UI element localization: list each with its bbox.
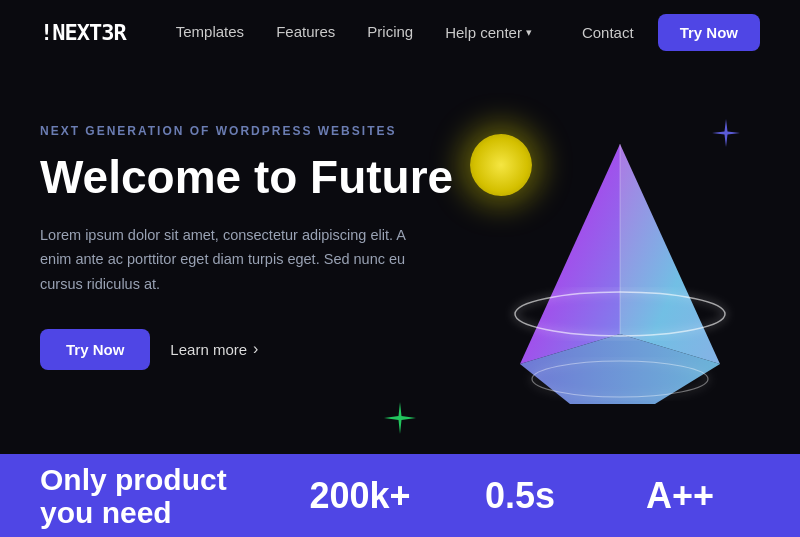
hero-description: Lorem ipsum dolor sit amet, consectetur … xyxy=(40,223,420,297)
contact-link[interactable]: Contact xyxy=(582,24,634,41)
stat-200k: 200k+ xyxy=(280,475,440,517)
nav-links: Templates Features Pricing Help center ▾ xyxy=(176,23,532,41)
nav-item-features[interactable]: Features xyxy=(276,23,335,41)
hero-section: NEXT GENERATION OF WORDPRESS WEBSITES We… xyxy=(0,64,800,454)
bottom-product-text: Only product you need xyxy=(40,463,280,529)
hero-actions: Try Now Learn more › xyxy=(40,329,453,370)
hero-eyebrow: NEXT GENERATION OF WORDPRESS WEBSITES xyxy=(40,124,453,138)
hero-learn-more-button[interactable]: Learn more › xyxy=(170,340,258,358)
nav-try-now-button[interactable]: Try Now xyxy=(658,14,760,51)
hero-title: Welcome to Future xyxy=(40,152,453,203)
bottom-line1: Only product xyxy=(40,463,280,496)
pyramid-3d xyxy=(490,124,750,444)
nav-right: Contact Try Now xyxy=(582,14,760,51)
green-star-decoration-icon xyxy=(384,402,416,434)
bottom-line2: you need xyxy=(40,496,280,529)
nav-item-help[interactable]: Help center ▾ xyxy=(445,24,532,41)
nav-item-templates[interactable]: Templates xyxy=(176,23,244,41)
stat-05s: 0.5s xyxy=(440,475,600,517)
hero-content: NEXT GENERATION OF WORDPRESS WEBSITES We… xyxy=(40,124,453,370)
navbar: !NΕXT3R Templates Features Pricing Help … xyxy=(0,0,800,64)
arrow-right-icon: › xyxy=(253,340,258,358)
stat-aplus: A++ xyxy=(600,475,760,517)
svg-marker-1 xyxy=(620,144,720,364)
svg-marker-0 xyxy=(520,144,620,364)
chevron-down-icon: ▾ xyxy=(526,26,532,39)
nav-item-pricing[interactable]: Pricing xyxy=(367,23,413,41)
bottom-stats-section: Only product you need 200k+ 0.5s A++ xyxy=(0,454,800,537)
hero-try-now-button[interactable]: Try Now xyxy=(40,329,150,370)
logo: !NΕXT3R xyxy=(40,20,126,45)
